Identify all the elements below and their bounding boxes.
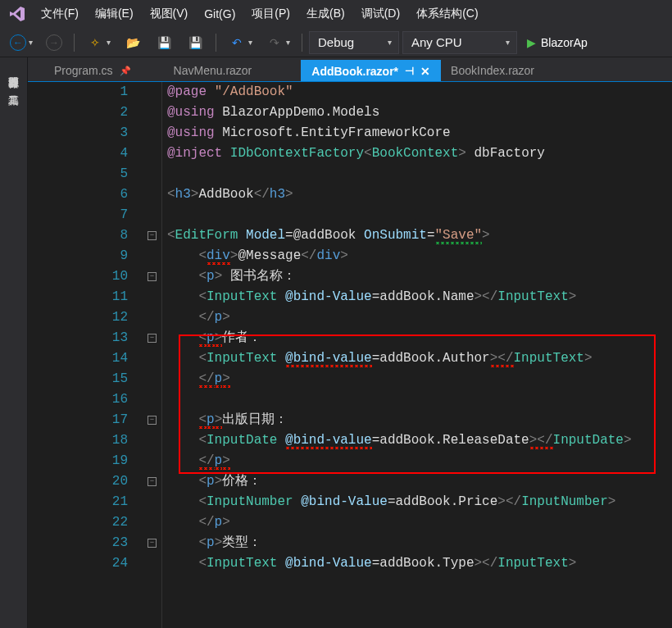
- toolbar-sep: [216, 34, 216, 52]
- nav-back-button[interactable]: ← ▾: [5, 31, 38, 54]
- toolbar-sep: [74, 34, 75, 52]
- menu-git[interactable]: Git(G): [196, 4, 243, 24]
- tab-navmenu[interactable]: NavMenu.razor: [164, 60, 262, 81]
- play-icon: ▶: [527, 36, 536, 49]
- fold-toggle[interactable]: −: [148, 334, 157, 343]
- forward-icon: →: [46, 34, 62, 51]
- left-toolwindow-strip: 服务器资源管理器 工具箱: [0, 57, 28, 628]
- solution-config-dropdown[interactable]: Debug ▾: [309, 31, 399, 54]
- code-content[interactable]: @page "/AddBook" @using BlazorAppDemo.Mo…: [162, 82, 672, 628]
- new-item-button[interactable]: ✧ ▾: [81, 31, 116, 54]
- back-icon: ←: [10, 34, 26, 51]
- document-tab-strip: Program.cs 📌 NavMenu.razor AddBook.razor…: [28, 57, 672, 82]
- solution-config-value: Debug: [318, 35, 354, 49]
- redo-button[interactable]: ↷ ▾: [261, 31, 295, 54]
- save-all-button[interactable]: 💾: [181, 31, 209, 54]
- start-target-label: BlazorAp: [541, 36, 588, 49]
- toolbar: ← ▾ → ✧ ▾ 📂 💾 💾 ↶ ▾ ↷ ▾ Debug ▾ Any CPU …: [0, 28, 672, 57]
- tab-bookindex[interactable]: BookIndex.razor: [441, 60, 544, 81]
- save-all-icon: 💾: [186, 34, 204, 52]
- menu-edit[interactable]: 编辑(E): [87, 3, 142, 25]
- close-icon[interactable]: ✕: [420, 65, 430, 78]
- menu-arch[interactable]: 体系结构(C): [408, 3, 486, 25]
- save-icon: 💾: [155, 34, 173, 52]
- server-explorer-tab[interactable]: 服务器资源管理器: [3, 64, 25, 74]
- open-folder-icon: 📂: [124, 34, 142, 52]
- undo-icon: ↶: [228, 34, 246, 52]
- fold-toggle[interactable]: −: [148, 231, 157, 240]
- nav-fwd-button: →: [41, 31, 67, 54]
- menu-debug[interactable]: 调试(D): [353, 3, 408, 25]
- fold-column: − − − − − −: [143, 82, 162, 628]
- menu-file[interactable]: 文件(F): [33, 3, 87, 25]
- fold-toggle[interactable]: −: [148, 477, 157, 486]
- start-debug-button[interactable]: ▶ BlazorAp: [520, 31, 594, 54]
- code-editor[interactable]: 12 34 56 78 910 1112 1314 1516 1718 1920…: [28, 82, 672, 628]
- fold-toggle[interactable]: −: [148, 416, 157, 425]
- solution-platform-value: Any CPU: [411, 35, 462, 49]
- toolbar-sep: [302, 34, 302, 52]
- pin-icon[interactable]: 📌: [120, 66, 131, 76]
- menu-build[interactable]: 生成(B): [298, 3, 353, 25]
- line-number-gutter: 12 34 56 78 910 1112 1314 1516 1718 1920…: [28, 82, 143, 628]
- fold-toggle[interactable]: −: [148, 539, 157, 548]
- open-folder-button[interactable]: 📂: [119, 31, 147, 54]
- save-button[interactable]: 💾: [150, 31, 178, 54]
- undo-button[interactable]: ↶ ▾: [223, 31, 257, 54]
- fold-toggle[interactable]: −: [148, 272, 157, 281]
- tab-label: BookIndex.razor: [451, 64, 534, 77]
- solution-platform-dropdown[interactable]: Any CPU ▾: [402, 31, 517, 54]
- tab-program-cs[interactable]: Program.cs 📌: [44, 60, 141, 81]
- pin-icon[interactable]: ⊣: [405, 65, 414, 77]
- tab-addbook-active[interactable]: AddBook.razor* ⊣ ✕: [301, 60, 441, 81]
- new-item-icon: ✧: [86, 34, 104, 52]
- toolbox-tab[interactable]: 工具箱: [3, 82, 25, 92]
- tab-label: NavMenu.razor: [174, 64, 252, 77]
- redo-icon: ↷: [266, 34, 284, 52]
- tab-label: Program.cs: [54, 64, 113, 77]
- menu-bar: 文件(F) 编辑(E) 视图(V) Git(G) 项目(P) 生成(B) 调试(…: [0, 0, 672, 28]
- vs-logo-icon: [8, 5, 26, 23]
- menu-project[interactable]: 项目(P): [243, 3, 298, 25]
- tab-label: AddBook.razor*: [311, 65, 398, 78]
- menu-view[interactable]: 视图(V): [142, 3, 197, 25]
